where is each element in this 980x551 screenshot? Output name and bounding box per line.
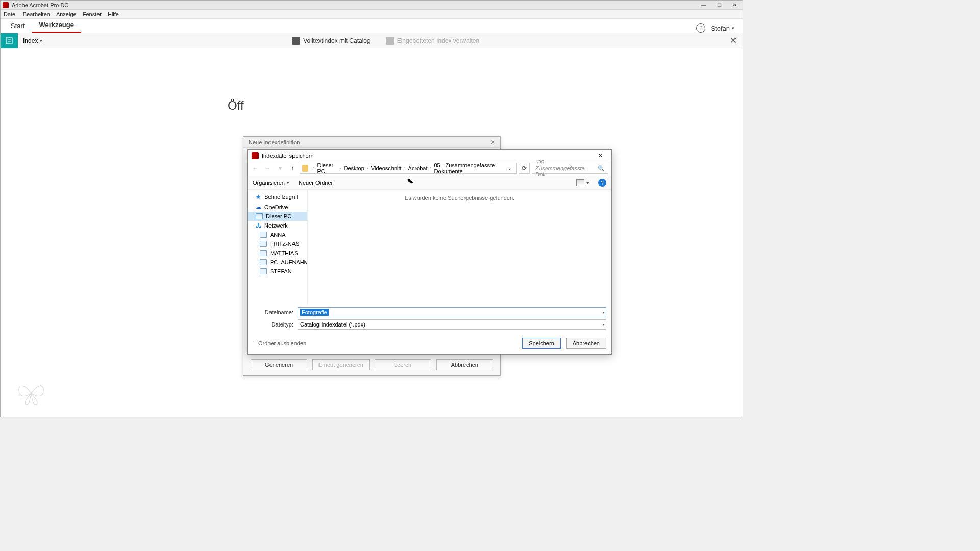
menu-edit[interactable]: Bearbeiten	[23, 11, 50, 17]
app-icon	[3, 2, 9, 8]
tree-onedrive[interactable]: ☁ OneDrive	[248, 202, 307, 212]
tree-computer[interactable]: MATTHIAS	[248, 248, 307, 258]
close-tool-button[interactable]: ✕	[724, 36, 743, 45]
up-button[interactable]: ↑	[287, 163, 298, 173]
chevron-down-icon: ▾	[732, 26, 734, 31]
chevron-down-icon[interactable]: ▾	[603, 310, 605, 315]
user-menu[interactable]: Stefan ▾	[710, 24, 734, 32]
clear-button: Leeren	[375, 359, 431, 370]
new-folder-button[interactable]: Neuer Ordner	[299, 180, 333, 186]
view-icon	[576, 179, 584, 186]
computer-icon	[260, 250, 267, 256]
tree-computer[interactable]: ANNA	[248, 230, 307, 239]
menu-window[interactable]: Fenster	[83, 11, 102, 17]
filename-input[interactable]: Fotografie ▾	[298, 307, 606, 317]
tab-tools[interactable]: Werkzeuge	[32, 18, 81, 33]
menubar: Datei Bearbeiten Anzeige Fenster Hilfe	[1, 10, 743, 19]
filename-value: Fotografie	[300, 309, 329, 316]
pc-icon	[256, 213, 263, 219]
content-area: Öff Neue Indexdefinition ✕ Generieren Er…	[1, 48, 743, 417]
search-icon: 🔍	[598, 165, 605, 172]
generate-button[interactable]: Generieren	[251, 359, 307, 370]
filetype-label: Dateityp:	[253, 321, 298, 328]
chevron-down-icon: ▾	[287, 180, 289, 185]
empty-message: Es wurden keine Suchergebnisse gefunden.	[405, 195, 514, 201]
app-icon	[252, 152, 259, 159]
save-dialog-title: Indexdatei speichern	[262, 153, 593, 159]
embedded-icon	[386, 37, 394, 45]
help-icon[interactable]: ?	[598, 179, 606, 187]
search-placeholder: "05 - Zusammengefasste Dok...	[535, 159, 596, 178]
index-dropdown[interactable]: Index ▾	[18, 37, 47, 44]
tool-toolbar: Index ▾ Volltextindex mit Catalog Eingeb…	[1, 33, 743, 48]
close-button[interactable]: ✕	[728, 2, 741, 9]
cancel-button[interactable]: Abbrechen	[436, 359, 493, 370]
chevron-up-icon: ˄	[253, 341, 255, 346]
app-title: Adobe Acrobat Pro DC	[12, 2, 698, 8]
tree-this-pc[interactable]: Dieser PC	[248, 212, 307, 221]
svg-rect-0	[6, 38, 12, 44]
minimize-button[interactable]: —	[698, 2, 710, 9]
computer-icon	[260, 268, 267, 274]
computer-icon	[260, 241, 267, 247]
breadcrumb[interactable]: › Dieser PC › Desktop › Videoschnitt › A…	[300, 163, 517, 174]
chevron-down-icon[interactable]: ⌄	[506, 166, 514, 171]
organize-menu[interactable]: Organisieren ▾	[253, 180, 289, 186]
star-icon: ★	[256, 193, 261, 201]
index-dialog-title: Neue Indexdefinition	[249, 139, 300, 145]
save-button[interactable]: Speichern	[522, 338, 561, 349]
view-menu[interactable]: ▾	[576, 179, 589, 186]
bc-segment[interactable]: Dieser PC	[317, 162, 337, 174]
save-file-dialog: Indexdatei speichern ✕ ← → ▾ ↑ › Dieser …	[247, 149, 612, 355]
app-window: Adobe Acrobat Pro DC — ☐ ✕ Datei Bearbei…	[0, 0, 743, 417]
bc-segment[interactable]: 05 - Zusammengefasste Dokumente	[434, 162, 505, 174]
menu-view[interactable]: Anzeige	[56, 11, 77, 17]
filename-panel: Dateiname: Fotografie ▾ Dateityp: Catalo…	[248, 304, 611, 335]
bc-segment[interactable]: Desktop	[344, 165, 364, 171]
file-list-area: Es wurden keine Suchergebnisse gefunden.	[308, 190, 611, 304]
cancel-button[interactable]: Abbrechen	[566, 338, 606, 349]
back-button: ←	[251, 163, 261, 173]
filetype-value: Catalog-Indexdatei (*.pdx)	[300, 321, 365, 328]
hide-folders-toggle[interactable]: ˄ Ordner ausblenden	[253, 340, 306, 346]
tree-computer[interactable]: STEFAN	[248, 267, 307, 276]
folder-icon	[302, 165, 308, 172]
menu-file[interactable]: Datei	[4, 11, 17, 17]
user-name: Stefan	[710, 24, 730, 32]
filename-label: Dateiname:	[253, 309, 298, 315]
bg-text-fragment: Öff	[228, 98, 244, 113]
cloud-icon: ☁	[256, 204, 261, 210]
nav-bar: ← → ▾ ↑ › Dieser PC › Desktop › Videosch…	[248, 161, 611, 176]
recent-dropdown[interactable]: ▾	[275, 163, 285, 173]
tab-start[interactable]: Start	[4, 19, 32, 33]
chevron-down-icon[interactable]: ▾	[603, 322, 605, 327]
regenerate-button: Erneut generieren	[312, 359, 369, 370]
filetype-select[interactable]: Catalog-Indexdatei (*.pdx) ▾	[298, 319, 606, 330]
maximize-button[interactable]: ☐	[713, 2, 725, 9]
bc-segment[interactable]: Acrobat	[408, 165, 428, 171]
search-input[interactable]: "05 - Zusammengefasste Dok... 🔍	[532, 163, 608, 174]
catalog-icon	[292, 37, 300, 45]
embedded-index-button: Eingebetteten Index verwalten	[386, 37, 479, 45]
tree-computer[interactable]: PC_AUFNAHME	[248, 258, 307, 267]
fulltext-catalog-button[interactable]: Volltextindex mit Catalog	[292, 37, 370, 45]
chevron-down-icon: ▾	[586, 180, 589, 185]
tree-quick-access[interactable]: ★ Schnellzugriff	[248, 192, 307, 202]
close-icon[interactable]: ✕	[593, 152, 607, 159]
chevron-down-icon: ▾	[40, 38, 42, 43]
dialog-footer: ˄ Ordner ausblenden Speichern Abbrechen	[248, 335, 611, 354]
computer-icon	[260, 259, 267, 265]
bc-segment[interactable]: Videoschnitt	[371, 165, 402, 171]
close-icon[interactable]: ✕	[490, 139, 495, 146]
help-icon[interactable]: ?	[696, 23, 705, 33]
dialog-toolbar: Organisieren ▾ Neuer Ordner ▾ ?	[248, 176, 611, 190]
tabbar: Start Werkzeuge ? Stefan ▾	[1, 19, 743, 33]
butterfly-watermark	[16, 380, 46, 407]
tree-network[interactable]: 🖧 Netzwerk	[248, 221, 307, 230]
computer-icon	[260, 232, 267, 238]
menu-help[interactable]: Hilfe	[108, 11, 119, 17]
refresh-button[interactable]: ⟳	[519, 163, 530, 174]
index-tool-icon[interactable]	[1, 33, 18, 48]
folder-tree: ★ Schnellzugriff ☁ OneDrive Dieser PC 🖧 …	[248, 190, 308, 304]
tree-computer[interactable]: FRITZ-NAS	[248, 239, 307, 248]
